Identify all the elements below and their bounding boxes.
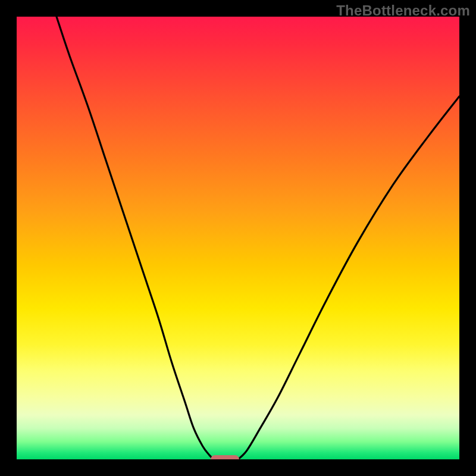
right-curve — [238, 96, 459, 459]
watermark-text: TheBottleneck.com — [336, 2, 470, 19]
chart-frame: TheBottleneck.com — [0, 0, 476, 476]
left-curve — [57, 17, 214, 459]
bottleneck-marker — [211, 455, 239, 459]
plot-area — [17, 17, 459, 459]
curves-layer — [17, 17, 459, 459]
